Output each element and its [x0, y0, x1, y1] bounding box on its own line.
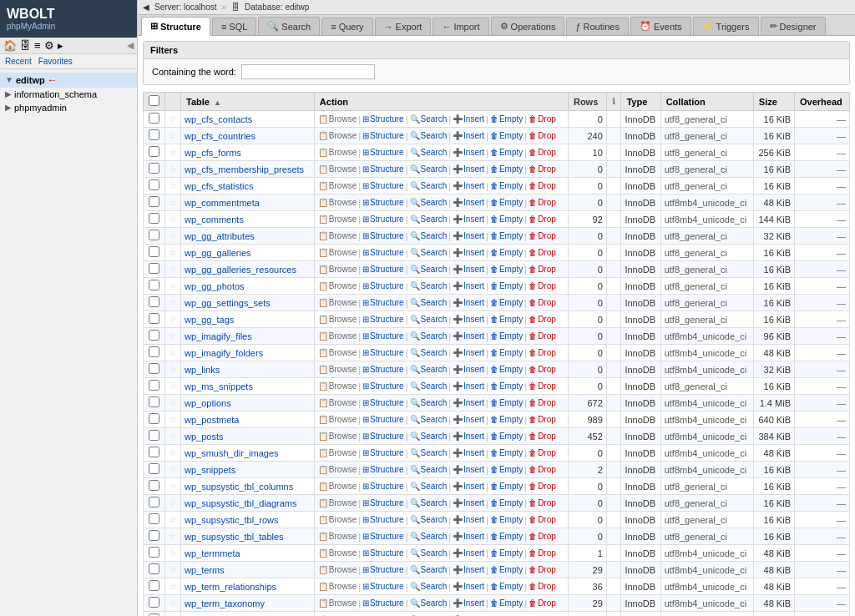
row-checkbox[interactable]: [144, 412, 165, 428]
structure-button[interactable]: ⊞ Structure: [362, 331, 404, 341]
row-table-name[interactable]: wp_commentmeta: [181, 194, 315, 211]
structure-button[interactable]: ⊞ Structure: [362, 448, 404, 457]
structure-button[interactable]: ⊞ Structure: [362, 231, 404, 240]
row-select-checkbox[interactable]: [149, 296, 159, 307]
browse-button[interactable]: 📋 Browse: [318, 432, 357, 441]
row-select-checkbox[interactable]: [149, 380, 159, 391]
empty-button[interactable]: 🗑 Empty: [490, 548, 523, 558]
table-name-link[interactable]: wp_gg_settings_sets: [185, 298, 271, 308]
row-table-name[interactable]: wp_gg_photos: [181, 278, 315, 295]
structure-button[interactable]: ⊞ Structure: [362, 315, 404, 324]
drop-button[interactable]: 🗑 Drop: [529, 215, 556, 224]
table-name-link[interactable]: wp_terms: [185, 565, 225, 575]
structure-button[interactable]: ⊞ Structure: [362, 131, 404, 140]
row-star[interactable]: ☆: [165, 495, 181, 512]
row-checkbox[interactable]: [144, 178, 165, 194]
browse-button[interactable]: 📋 Browse: [318, 532, 357, 541]
empty-button[interactable]: 🗑 Empty: [490, 565, 523, 574]
row-select-checkbox[interactable]: [149, 230, 159, 240]
row-star[interactable]: ☆: [165, 528, 181, 545]
empty-button[interactable]: 🗑 Empty: [490, 415, 523, 424]
search-button[interactable]: 🔍 Search: [410, 348, 448, 357]
drop-button[interactable]: 🗑 Drop: [529, 348, 556, 357]
row-star[interactable]: ☆: [165, 378, 181, 395]
table-name-link[interactable]: wp_supsystic_tbl_columns: [185, 482, 293, 492]
row-star[interactable]: ☆: [165, 245, 181, 261]
insert-button[interactable]: ➕ Insert: [453, 548, 484, 558]
browse-button[interactable]: 📋 Browse: [318, 265, 357, 274]
row-select-checkbox[interactable]: [149, 263, 159, 274]
insert-button[interactable]: ➕ Insert: [453, 265, 484, 274]
structure-button[interactable]: ⊞ Structure: [362, 215, 404, 224]
row-table-name[interactable]: wp_gg_galleries_resources: [181, 261, 315, 278]
row-table-name[interactable]: wp_cfs_membership_presets: [181, 161, 315, 178]
empty-button[interactable]: 🗑 Empty: [490, 331, 523, 341]
browse-button[interactable]: 📋 Browse: [318, 198, 357, 207]
table-name-link[interactable]: wp_cfs_forms: [185, 148, 241, 158]
sql-icon[interactable]: ≡: [34, 39, 41, 52]
row-checkbox[interactable]: [144, 595, 165, 612]
tab-query[interactable]: ≡ Query: [321, 18, 372, 35]
drop-button[interactable]: 🗑 Drop: [529, 515, 556, 524]
search-button[interactable]: 🔍 Search: [410, 448, 448, 457]
empty-button[interactable]: 🗑 Empty: [490, 231, 523, 240]
row-table-name[interactable]: wp_smush_dir_images: [181, 445, 315, 462]
row-select-checkbox[interactable]: [149, 547, 159, 558]
insert-button[interactable]: ➕ Insert: [453, 498, 484, 507]
row-star[interactable]: ☆: [165, 445, 181, 462]
empty-button[interactable]: 🗑 Empty: [490, 348, 523, 357]
search-button[interactable]: 🔍 Search: [410, 465, 448, 474]
row-star[interactable]: ☆: [165, 278, 181, 295]
row-checkbox[interactable]: [144, 545, 165, 562]
empty-button[interactable]: 🗑 Empty: [490, 582, 523, 591]
insert-button[interactable]: ➕ Insert: [453, 565, 484, 574]
drop-button[interactable]: 🗑 Drop: [529, 548, 556, 558]
search-button[interactable]: 🔍 Search: [410, 265, 448, 274]
structure-button[interactable]: ⊞ Structure: [362, 248, 404, 257]
browse-button[interactable]: 📋 Browse: [318, 482, 357, 491]
row-table-name[interactable]: wp_term_taxonomy: [181, 595, 315, 612]
row-star[interactable]: ☆: [165, 228, 181, 245]
empty-button[interactable]: 🗑 Empty: [490, 515, 523, 524]
empty-button[interactable]: 🗑 Empty: [490, 114, 523, 124]
drop-button[interactable]: 🗑 Drop: [529, 598, 556, 608]
search-button[interactable]: 🔍 Search: [410, 415, 448, 424]
browse-button[interactable]: 📋 Browse: [318, 281, 357, 290]
row-star[interactable]: ☆: [165, 428, 181, 445]
row-select-checkbox[interactable]: [149, 363, 159, 374]
tab-designer[interactable]: ✏ Designer: [761, 17, 826, 35]
db-icon[interactable]: 🗄: [20, 39, 31, 52]
structure-button[interactable]: ⊞ Structure: [362, 465, 404, 474]
row-select-checkbox[interactable]: [149, 480, 159, 491]
table-name-link[interactable]: wp_cfs_statistics: [185, 181, 254, 191]
row-table-name[interactable]: wp_gg_tags: [181, 311, 315, 328]
browse-button[interactable]: 📋 Browse: [318, 565, 357, 574]
tab-structure[interactable]: ⊞ Structure: [141, 17, 210, 36]
table-name-link[interactable]: wp_imagify_files: [185, 331, 252, 341]
insert-button[interactable]: ➕ Insert: [453, 448, 484, 457]
empty-button[interactable]: 🗑 Empty: [490, 482, 523, 491]
search-button[interactable]: 🔍 Search: [410, 281, 448, 290]
browse-button[interactable]: 📋 Browse: [318, 348, 357, 357]
search-button[interactable]: 🔍 Search: [410, 215, 448, 224]
row-table-name[interactable]: wp_imagify_folders: [181, 345, 315, 361]
row-checkbox[interactable]: [144, 528, 165, 545]
row-star[interactable]: ☆: [165, 395, 181, 412]
row-select-checkbox[interactable]: [149, 280, 159, 290]
table-name-link[interactable]: wp_gg_galleries_resources: [185, 265, 296, 275]
browse-button[interactable]: 📋 Browse: [318, 231, 357, 240]
row-table-name[interactable]: wp_gg_settings_sets: [181, 295, 315, 311]
table-name-link[interactable]: wp_comments: [185, 215, 244, 225]
row-checkbox[interactable]: [144, 261, 165, 278]
row-checkbox[interactable]: [144, 111, 165, 128]
insert-button[interactable]: ➕ Insert: [453, 348, 484, 357]
drop-button[interactable]: 🗑 Drop: [529, 565, 556, 574]
row-table-name[interactable]: wp_snippets: [181, 462, 315, 478]
row-checkbox[interactable]: [144, 128, 165, 144]
structure-button[interactable]: ⊞ Structure: [362, 498, 404, 507]
row-table-name[interactable]: wp_supsystic_tbl_diagrams: [181, 495, 315, 512]
row-table-name[interactable]: wp_cfs_contacts: [181, 111, 315, 128]
insert-button[interactable]: ➕ Insert: [453, 365, 484, 374]
col-table[interactable]: Table ▲: [181, 93, 315, 111]
row-select-checkbox[interactable]: [149, 580, 159, 591]
